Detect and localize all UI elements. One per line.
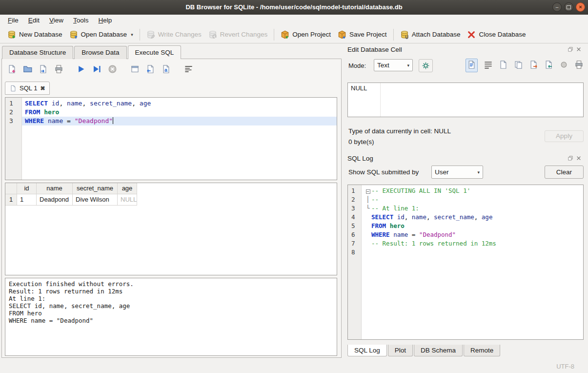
word-wrap-icon[interactable] bbox=[484, 60, 493, 71]
open-database-label: Open Database bbox=[81, 31, 127, 38]
menu-item-file[interactable]: File bbox=[3, 16, 23, 25]
open-database-button[interactable]: Open Database▾ bbox=[66, 28, 137, 41]
set-null-icon[interactable] bbox=[559, 60, 568, 71]
sql-token: = bbox=[408, 231, 419, 238]
export-icon[interactable] bbox=[529, 60, 538, 71]
mode-select[interactable]: Text ▾ bbox=[374, 59, 413, 71]
tree-marker[interactable]: − bbox=[365, 186, 371, 195]
table-cell[interactable]: Deadpond bbox=[37, 194, 73, 206]
maximize-button[interactable] bbox=[564, 2, 573, 12]
log-filter-select[interactable]: User ▾ bbox=[431, 166, 483, 179]
open-database-dropdown-icon[interactable]: ▾ bbox=[131, 32, 133, 37]
sql-tab-close-icon[interactable]: ✖ bbox=[40, 85, 45, 91]
sql-token: WHERE bbox=[371, 231, 390, 238]
copy-icon[interactable] bbox=[514, 60, 523, 71]
collapse-icon[interactable]: − bbox=[366, 189, 370, 194]
execute-line-icon[interactable] bbox=[92, 64, 101, 74]
clear-log-button[interactable]: Clear bbox=[545, 166, 584, 179]
export-icon bbox=[529, 60, 538, 69]
cell-editor[interactable]: NULL bbox=[347, 83, 584, 117]
sql-tab-label: SQL 1 bbox=[20, 84, 37, 92]
sql-token: -- At line 1: bbox=[371, 205, 419, 212]
sql-token: , bbox=[405, 213, 412, 221]
column-header-secret-name: secret_name bbox=[73, 183, 118, 194]
import-icon[interactable] bbox=[544, 60, 553, 71]
menu-item-view[interactable]: View bbox=[44, 16, 68, 25]
execute-all-icon[interactable] bbox=[77, 64, 86, 74]
tab-execute-sql[interactable]: Execute SQL bbox=[128, 45, 182, 59]
log-line: FROM hero bbox=[362, 222, 583, 230]
log-line-number: 2 bbox=[351, 195, 361, 204]
sql-token: hero bbox=[44, 108, 59, 116]
table-cell[interactable]: 1 bbox=[17, 194, 37, 206]
menu-item-help[interactable]: Help bbox=[94, 16, 117, 25]
attach-database-button[interactable]: Attach Database bbox=[397, 28, 464, 41]
editor-line-number: 2 bbox=[9, 108, 21, 117]
editor-code-area[interactable]: SELECT id, name, secret_name, ageFROM he… bbox=[22, 98, 337, 180]
close-window-button[interactable]: × bbox=[576, 2, 585, 12]
new-database-button[interactable]: New Database bbox=[4, 28, 66, 41]
log-line: WHERE name = "Deadpond" bbox=[362, 230, 583, 239]
sql-token: name bbox=[393, 231, 408, 238]
open-sql-newtab-icon[interactable] bbox=[39, 64, 48, 74]
export-csv-icon[interactable] bbox=[146, 64, 155, 74]
new-window-icon[interactable] bbox=[130, 64, 140, 74]
results-header-row: idnamesecret_nameage bbox=[5, 183, 337, 194]
execute-sql-panel: a SQL 1 ✖ 123 SELECT id, name, secret_na… bbox=[1, 59, 342, 358]
editor-line-number: 3 bbox=[9, 117, 21, 125]
menu-item-tools[interactable]: Tools bbox=[68, 16, 94, 25]
toolbar-separator bbox=[393, 29, 394, 41]
revert-changes-button: Revert Changes bbox=[205, 28, 271, 41]
dock-tab-sql-log[interactable]: SQL Log bbox=[347, 345, 387, 356]
document-icon bbox=[499, 60, 508, 69]
open-project-button[interactable]: Open Project bbox=[277, 28, 334, 41]
open-sql-file-icon[interactable] bbox=[23, 64, 32, 74]
edit-cell-float-icon[interactable] bbox=[568, 46, 573, 52]
table-cell[interactable]: Dive Wilson bbox=[73, 194, 118, 206]
minimize-button[interactable]: – bbox=[552, 2, 562, 12]
output-line: At line 1: bbox=[9, 295, 333, 302]
edit-cell-close-icon[interactable] bbox=[576, 46, 582, 52]
tab-browse-data[interactable]: Browse Data bbox=[74, 46, 126, 59]
mode-label: Mode: bbox=[348, 62, 366, 69]
mode-config-button[interactable] bbox=[419, 59, 433, 72]
editor-line[interactable]: SELECT id, name, secret_name, age bbox=[22, 99, 337, 108]
column-header-name: name bbox=[37, 183, 73, 194]
close-database-button[interactable]: Close Database bbox=[464, 28, 529, 41]
dock-tab-db-schema[interactable]: DB Schema bbox=[414, 345, 463, 356]
sql-token: = bbox=[63, 117, 74, 124]
sql-log-close-icon[interactable] bbox=[576, 155, 582, 161]
output-line: Result: 1 rows returned in 12ms bbox=[9, 288, 333, 295]
print-icon[interactable] bbox=[574, 60, 584, 71]
editor-line[interactable]: FROM hero bbox=[22, 108, 337, 117]
sql-tab[interactable]: SQL 1 ✖ bbox=[5, 82, 50, 95]
new-tab-icon[interactable] bbox=[7, 64, 17, 74]
save-project-button[interactable]: Save Project bbox=[334, 28, 390, 41]
autocomplete-icon[interactable]: a bbox=[162, 64, 171, 74]
write-changes-label: Write Changes bbox=[158, 31, 202, 38]
text-view-icon[interactable] bbox=[466, 59, 478, 72]
table-cell[interactable]: NULL bbox=[118, 194, 137, 206]
window-title: DB Browser for SQLite - /home/user/code/… bbox=[0, 0, 588, 15]
output-line: WHERE name = "Deadpond" bbox=[9, 317, 333, 324]
sql-editor[interactable]: 123 SELECT id, name, secret_name, ageFRO… bbox=[5, 97, 337, 180]
editor-line[interactable]: WHERE name = "Deadpond" bbox=[22, 117, 337, 125]
word-wrap-icon bbox=[484, 60, 493, 69]
sql-token: , bbox=[82, 100, 90, 107]
sql-log-float-icon[interactable] bbox=[568, 155, 573, 161]
document-icon[interactable] bbox=[499, 60, 508, 71]
execution-output: Execution finished without errors.Result… bbox=[5, 278, 337, 356]
cell-editor-area[interactable] bbox=[381, 83, 583, 117]
format-sql-icon[interactable] bbox=[184, 64, 193, 74]
print-sql-icon[interactable] bbox=[54, 64, 63, 74]
menu-item-edit[interactable]: Edit bbox=[23, 16, 44, 25]
import-icon bbox=[544, 60, 553, 69]
dock-tab-plot[interactable]: Plot bbox=[388, 345, 413, 356]
dock-tab-remote[interactable]: Remote bbox=[464, 345, 500, 356]
sql-doc-icon bbox=[10, 85, 17, 92]
text-view-icon bbox=[467, 60, 476, 69]
right-dock: Edit Database Cell Mode: Text ▾ NULL Typ… bbox=[345, 43, 584, 360]
column-header-age: age bbox=[118, 183, 137, 194]
tab-database-structure[interactable]: Database Structure bbox=[2, 46, 73, 59]
copy-icon bbox=[514, 60, 523, 69]
